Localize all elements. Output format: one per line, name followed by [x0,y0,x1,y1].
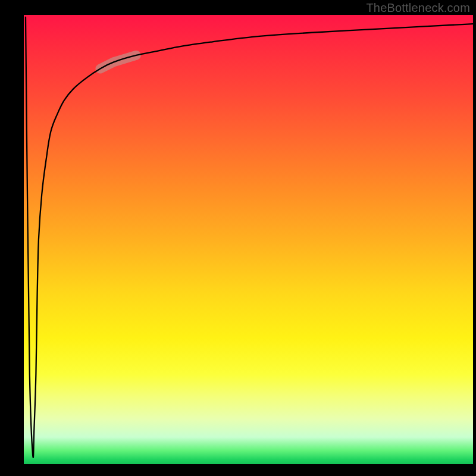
watermark-text: TheBottleneck.com [366,1,470,15]
bottleneck-curve [26,17,473,458]
curve-svg [24,15,473,464]
chart-frame: TheBottleneck.com [0,0,476,476]
plot-area [24,15,473,464]
